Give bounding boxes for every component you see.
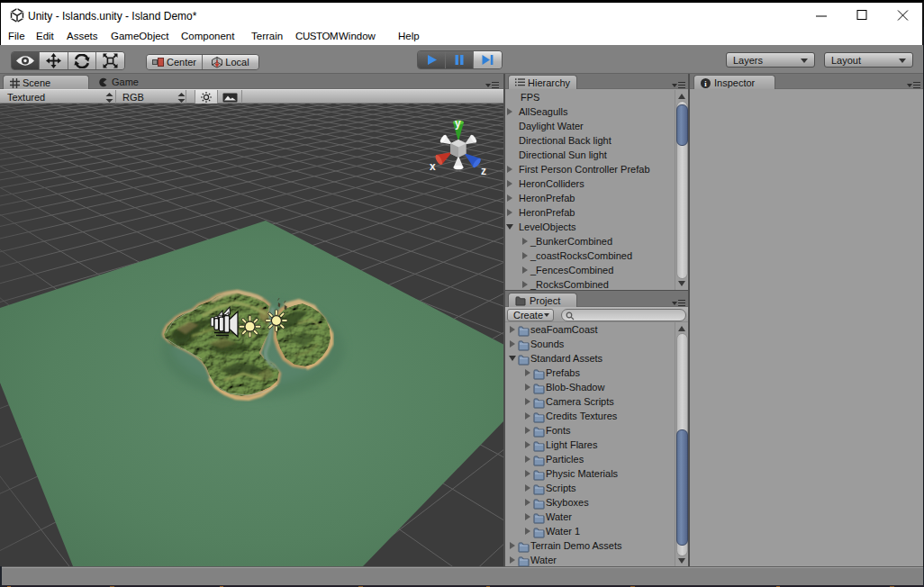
svg-text:y: y [455,117,461,130]
svg-text:x: x [430,160,436,173]
svg-text:z: z [481,165,486,177]
